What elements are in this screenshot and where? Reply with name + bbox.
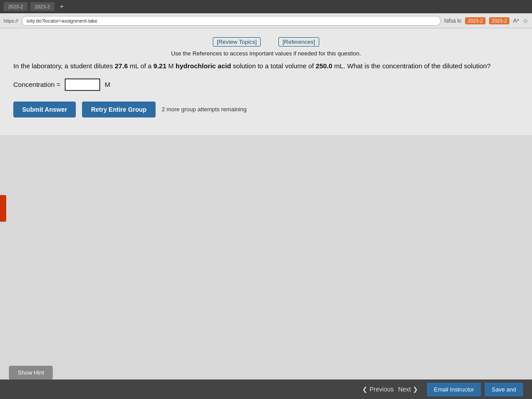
question-content-box: [Review Topics] [References] Use the Ref… [0, 28, 532, 135]
references-link[interactable]: [References] [278, 37, 319, 47]
action-buttons: Email Instructor Save and [427, 383, 523, 396]
tab-2[interactable]: 2023-2 [30, 2, 54, 11]
next-button[interactable]: Next ❯ [398, 386, 418, 393]
q-bold-volume: 27.6 [115, 62, 128, 70]
prev-next-nav: ❮ Previous Next ❯ [362, 386, 418, 393]
show-hint-button[interactable]: Show Hint [9, 366, 53, 379]
font-size-icon[interactable]: Aᵃ [513, 17, 519, 24]
email-instructor-button[interactable]: Email Instructor [427, 383, 481, 396]
question-paragraph: In the laboratory, a student dilutes 27.… [13, 61, 519, 71]
unit-label: M [105, 81, 110, 88]
review-topics-link[interactable]: [Review Topics] [213, 37, 261, 47]
tab-1-label: 2023-2 [8, 4, 23, 9]
retry-entire-group-button[interactable]: Retry Entire Group [82, 102, 155, 117]
q-text-2: mL of a [128, 62, 153, 70]
concentration-input[interactable] [65, 78, 100, 91]
q-bold-total-vol: 250.0 [316, 62, 332, 70]
q-text-4: solution to a total volume of [231, 62, 316, 70]
next-label: Next [398, 386, 411, 393]
address-input[interactable] [22, 16, 441, 26]
show-hint-area: Show Hint [9, 366, 53, 379]
previous-button[interactable]: ❮ Previous [362, 386, 393, 393]
browser-top-icons: fafsa lo 2023-2 2023-2 Aᵃ ☆ [444, 17, 528, 24]
instructions-text: Use the References to access important v… [13, 50, 519, 57]
new-tab-button[interactable]: + [57, 3, 66, 11]
q-text-3: M [166, 62, 176, 70]
url-https: https:// [4, 18, 18, 23]
tab-1[interactable]: 2023-2 [4, 2, 27, 11]
q-text-5: mL. What is the concentration of the dil… [332, 62, 491, 70]
fafsa-link[interactable]: fafsa lo [444, 18, 462, 24]
buttons-row: Submit Answer Retry Entire Group 2 more … [13, 102, 519, 117]
q-text-1: In the laboratory, a student dilutes [13, 62, 115, 70]
chevron-left-icon: ❮ [362, 386, 368, 393]
tab-year-2[interactable]: 2023-2 [489, 17, 509, 24]
attempts-remaining-text: 2 more group attempts remaining [162, 106, 246, 113]
top-links-row: [Review Topics] [References] [13, 37, 519, 47]
q-bold-molarity: 9.21 [153, 62, 166, 70]
tab-year-1[interactable]: 2023-2 [465, 17, 485, 24]
main-content-area: [Review Topics] [References] Use the Ref… [0, 28, 532, 383]
side-decoration [0, 195, 6, 222]
q-bold-acid: hydrochloric acid [176, 62, 231, 70]
browser-tabs-bar: 2023-2 2023-2 + [0, 0, 532, 13]
concentration-label: Concentration = [13, 81, 60, 88]
tab-2-label: 2023-2 [35, 4, 50, 9]
save-and-button[interactable]: Save and [485, 383, 523, 396]
previous-label: Previous [369, 386, 393, 393]
bottom-bar: ❮ Previous Next ❯ Email Instructor Save … [0, 379, 532, 399]
concentration-row: Concentration = M [13, 78, 519, 91]
chevron-right-icon: ❯ [413, 386, 418, 393]
settings-icon[interactable]: ☆ [523, 17, 528, 24]
address-bar-row: https:// fafsa lo 2023-2 2023-2 Aᵃ ☆ [0, 13, 532, 28]
submit-answer-button[interactable]: Submit Answer [13, 102, 76, 117]
